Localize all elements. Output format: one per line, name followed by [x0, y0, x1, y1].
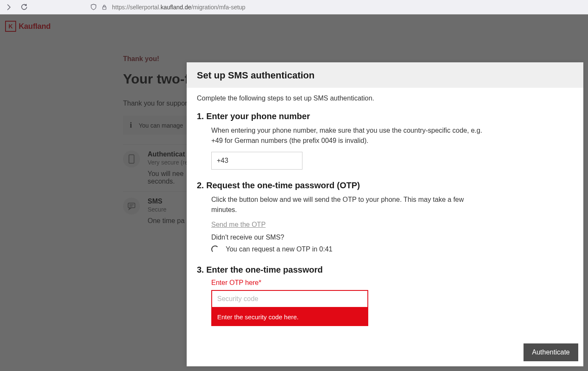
phone-number-input[interactable]: [211, 152, 302, 170]
url-text: https://sellerportal.kaufland.de/migrati…: [112, 4, 245, 11]
step2-heading: 2. Request the one-time password (OTP): [197, 181, 573, 190]
refresh-icon[interactable]: [20, 3, 28, 11]
shield-icon: [90, 4, 97, 11]
step1-description: When entering your phone number, make su…: [211, 126, 483, 146]
otp-input[interactable]: [211, 290, 368, 308]
otp-timer-text: You can request a new OTP in 0:41: [226, 245, 333, 253]
spinner-icon: [211, 245, 219, 253]
modal-body: Complete the following steps to set up S…: [187, 88, 583, 366]
browser-chrome: https://sellerportal.kaufland.de/migrati…: [0, 0, 588, 14]
lock-icon: [101, 4, 108, 11]
modal-title: Set up SMS authentication: [197, 70, 573, 81]
didnt-receive-text: Didn't receive our SMS?: [211, 234, 573, 241]
otp-timer-row: You can request a new OTP in 0:41: [211, 245, 573, 253]
otp-error-message: Enter the security code here.: [211, 308, 368, 326]
authenticate-button[interactable]: Authenticate: [524, 343, 578, 361]
step1-heading: 1. Enter your phone number: [197, 112, 573, 121]
svg-rect-0: [103, 7, 106, 9]
step2-description: Click the button below and we will send …: [211, 195, 483, 215]
address-bar[interactable]: https://sellerportal.kaufland.de/migrati…: [87, 1, 583, 13]
step3-heading: 3. Enter the one-time password: [197, 265, 573, 275]
otp-input-label: Enter OTP here*: [211, 279, 573, 287]
sms-setup-modal: Set up SMS authentication Complete the f…: [187, 62, 583, 366]
forward-arrow-icon[interactable]: [5, 3, 13, 11]
modal-intro: Complete the following steps to set up S…: [197, 95, 573, 102]
send-otp-link[interactable]: Send me the OTP: [211, 221, 266, 229]
modal-header: Set up SMS authentication: [187, 62, 583, 88]
